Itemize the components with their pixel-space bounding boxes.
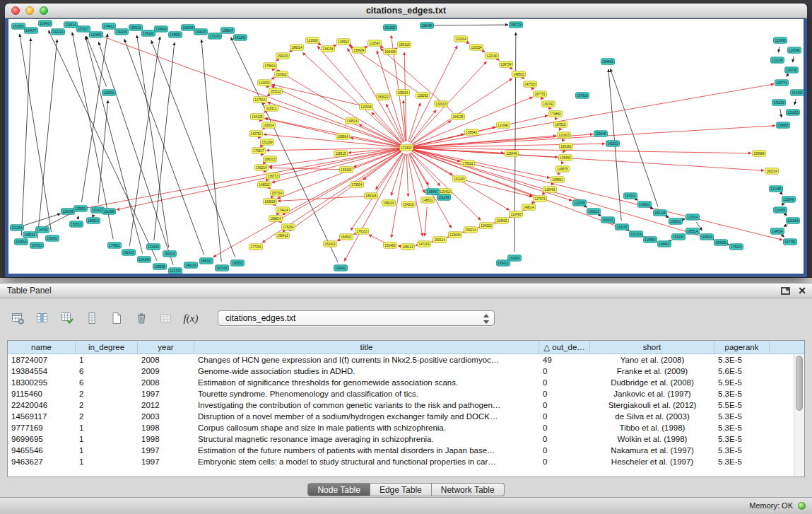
network-node[interactable]: 118113 bbox=[265, 105, 278, 111]
network-node[interactable]: 120843 bbox=[90, 32, 103, 37]
table-cell[interactable]: 5.3E-5 bbox=[714, 456, 770, 467]
table-row[interactable]: 977716911998Corpus callosum shape and si… bbox=[8, 422, 794, 433]
network-node[interactable]: 177254 bbox=[249, 244, 263, 250]
network-node[interactable]: 151294 bbox=[437, 194, 451, 200]
table-cell[interactable]: 5.3E-5 bbox=[714, 422, 770, 433]
network-node[interactable]: 192450 bbox=[508, 255, 522, 261]
network-node[interactable]: 109312 bbox=[669, 218, 683, 224]
table-cell[interactable]: Structural magnetic resonance image aver… bbox=[194, 433, 539, 445]
import-table-button[interactable] bbox=[59, 310, 75, 326]
table-cell[interactable]: 49 bbox=[539, 354, 590, 366]
table-cell[interactable]: 5.3E-5 bbox=[714, 445, 770, 456]
table-cell[interactable]: 0 bbox=[539, 388, 590, 399]
network-node[interactable]: 150513 bbox=[70, 221, 83, 227]
network-node[interactable]: 122043 bbox=[449, 232, 462, 238]
network-node[interactable]: 160234 bbox=[765, 168, 779, 174]
network-node[interactable]: 185152 bbox=[200, 258, 213, 264]
table-row[interactable]: 1456911722003Disruption of a novel membe… bbox=[8, 411, 794, 422]
table-cell[interactable]: 2008 bbox=[138, 377, 194, 388]
column-header[interactable]: name bbox=[8, 341, 76, 354]
network-node[interactable]: 153117 bbox=[77, 26, 90, 32]
show-columns-button[interactable] bbox=[35, 310, 50, 326]
network-node[interactable]: 110455 bbox=[774, 207, 787, 213]
network-node[interactable]: 186313 bbox=[264, 156, 277, 162]
network-node[interactable]: 163008 bbox=[264, 199, 277, 204]
network-node[interactable]: 155723 bbox=[510, 22, 523, 28]
network-node[interactable]: 194505 bbox=[714, 240, 728, 245]
network-node[interactable]: 192214 bbox=[52, 29, 65, 35]
network-node[interactable]: 153112 bbox=[269, 88, 283, 94]
network-node[interactable]: 122709 bbox=[573, 200, 587, 206]
network-node[interactable]: 184522 bbox=[340, 234, 353, 240]
network-node[interactable]: 148022 bbox=[258, 182, 271, 187]
network-node[interactable]: 148503 bbox=[512, 71, 526, 77]
network-node[interactable]: 152214 bbox=[464, 227, 478, 233]
table-row[interactable]: 946362711997Embryonic stem cells: a mode… bbox=[8, 456, 794, 467]
table-cell[interactable]: 2 bbox=[76, 388, 138, 399]
network-node[interactable]: 149514 bbox=[522, 204, 536, 210]
network-node[interactable]: 167782 bbox=[784, 239, 797, 245]
network-node[interactable]: 163015 bbox=[194, 29, 208, 35]
network-node[interactable]: 164125 bbox=[452, 114, 465, 119]
minimize-window-icon[interactable] bbox=[25, 6, 34, 15]
network-node[interactable]: 122543 bbox=[368, 40, 382, 46]
network-node[interactable]: 134790 bbox=[36, 227, 49, 233]
network-node[interactable]: 129093 bbox=[74, 206, 88, 211]
network-node[interactable]: 132013 bbox=[435, 101, 448, 107]
table-cell[interactable]: 5.9E-5 bbox=[714, 377, 770, 388]
network-node[interactable]: 182774 bbox=[775, 80, 789, 86]
network-node[interactable]: 148531 bbox=[421, 197, 435, 203]
network-node[interactable]: 118254 bbox=[182, 25, 195, 30]
network-node[interactable]: 104554 bbox=[771, 228, 784, 234]
table-cell[interactable]: 2003 bbox=[138, 411, 194, 422]
network-node[interactable]: 166409 bbox=[384, 49, 397, 54]
network-node[interactable]: 151398 bbox=[102, 209, 116, 214]
column-header[interactable]: year bbox=[138, 341, 194, 354]
network-node[interactable]: 122190 bbox=[486, 53, 499, 59]
network-node[interactable]: 153102 bbox=[340, 167, 353, 173]
function-builder-button[interactable]: f(x) bbox=[183, 310, 199, 326]
network-node[interactable]: 104924 bbox=[700, 234, 714, 240]
network-node[interactable]: 253305 bbox=[12, 23, 25, 29]
network-node[interactable]: 115448 bbox=[594, 131, 608, 136]
table-cell[interactable]: 2 bbox=[76, 399, 138, 411]
table-cell[interactable]: 6 bbox=[76, 366, 138, 377]
float-panel-icon[interactable] bbox=[781, 287, 790, 295]
network-node[interactable]: 141433 bbox=[791, 90, 804, 95]
network-node[interactable]: 121253 bbox=[11, 225, 24, 230]
network-node[interactable]: 172403 bbox=[400, 145, 413, 151]
network-node[interactable]: 109961 bbox=[551, 177, 565, 182]
delete-table-button[interactable] bbox=[134, 310, 149, 326]
table-row[interactable]: 911546021997Tourette syndrome. Phenomeno… bbox=[8, 388, 794, 399]
table-cell[interactable]: 1 bbox=[76, 422, 138, 433]
close-window-icon[interactable] bbox=[11, 6, 20, 15]
network-node[interactable]: 194220 bbox=[276, 53, 290, 59]
table-cell[interactable]: 2009 bbox=[138, 366, 194, 377]
network-node[interactable]: 170917 bbox=[252, 148, 266, 153]
table-cell[interactable]: 5.3E-5 bbox=[714, 354, 770, 366]
table-cell[interactable]: 1 bbox=[76, 456, 138, 467]
network-node[interactable]: 143913 bbox=[638, 201, 652, 207]
table-cell[interactable]: 18300295 bbox=[8, 377, 76, 388]
network-node[interactable]: 118515 bbox=[334, 151, 348, 156]
network-node[interactable]: 105493 bbox=[559, 155, 572, 160]
table-cell[interactable]: 0 bbox=[539, 411, 590, 422]
network-node[interactable]: 174522 bbox=[108, 243, 122, 248]
table-cell[interactable]: Genome-wide association studies in ADHD. bbox=[194, 366, 539, 377]
network-node[interactable]: 109914 bbox=[336, 134, 350, 139]
table-cell[interactable]: 1997 bbox=[138, 456, 194, 467]
table-cell[interactable]: Nakamura et al. (1997) bbox=[590, 445, 714, 456]
column-header[interactable]: △ out_de… bbox=[539, 341, 590, 354]
network-node[interactable]: 134122 bbox=[142, 30, 155, 36]
table-cell[interactable]: Estimation of the future numbers of pati… bbox=[194, 445, 539, 456]
table-cell[interactable]: Tibbo et al. (1998) bbox=[590, 422, 714, 433]
table-cell[interactable]: Franke et al. (2009) bbox=[590, 366, 714, 377]
table-cell[interactable]: Jankovic et al. (1997) bbox=[590, 388, 714, 399]
network-node[interactable]: 114514 bbox=[64, 22, 78, 28]
table-cell[interactable]: Yano et al. (2008) bbox=[590, 354, 714, 366]
table-cell[interactable]: 9463627 bbox=[8, 456, 76, 467]
network-node[interactable]: 112493 bbox=[510, 211, 523, 217]
network-node[interactable]: 158543 bbox=[465, 129, 478, 135]
network-node[interactable]: 125269 bbox=[61, 209, 75, 214]
select-rows-button[interactable] bbox=[84, 310, 100, 326]
